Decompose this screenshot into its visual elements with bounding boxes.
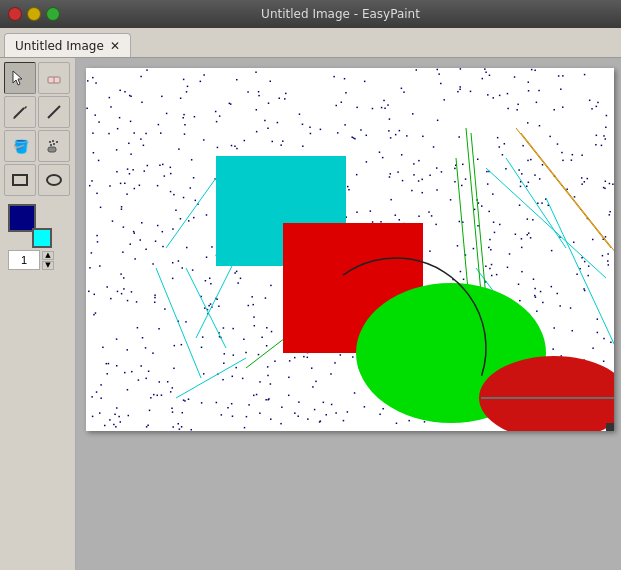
svg-line-3 (14, 108, 24, 118)
eraser-tool-button[interactable] (38, 62, 70, 94)
svg-marker-0 (13, 71, 22, 85)
svg-point-8 (49, 141, 51, 143)
line-width-down[interactable]: ▼ (42, 261, 54, 270)
svg-rect-13 (48, 147, 56, 152)
line-width-up[interactable]: ▲ (42, 251, 54, 260)
svg-line-6 (48, 106, 60, 118)
resize-handle[interactable] (606, 423, 614, 431)
svg-rect-14 (13, 175, 27, 185)
close-button[interactable] (8, 7, 22, 21)
tool-row-4 (4, 164, 71, 196)
tab-modified-indicator: ✕ (110, 39, 120, 53)
svg-point-9 (52, 140, 54, 142)
line-tool-button[interactable] (38, 96, 70, 128)
tool-row-3: 🪣 (4, 130, 71, 162)
svg-point-10 (50, 144, 52, 146)
line-width-input[interactable] (8, 250, 40, 270)
svg-point-11 (53, 143, 55, 145)
tab-bar: Untitled Image ✕ (0, 28, 621, 58)
ellipse-tool-button[interactable] (38, 164, 70, 196)
canvas-container[interactable] (76, 58, 621, 570)
window-title: Untitled Image - EasyPaint (68, 7, 613, 21)
svg-point-15 (47, 175, 61, 185)
tab-label: Untitled Image (15, 39, 104, 53)
color-preview-box (8, 204, 44, 240)
secondary-color-swatch[interactable] (32, 228, 52, 248)
tool-row-1 (4, 62, 71, 94)
drawing-canvas[interactable] (86, 68, 614, 431)
tool-row-2 (4, 96, 71, 128)
svg-text:🪣: 🪣 (13, 138, 29, 155)
tab-untitled-image[interactable]: Untitled Image ✕ (4, 33, 131, 57)
line-width-control: ▲ ▼ (4, 246, 71, 274)
spray-tool-button[interactable] (38, 130, 70, 162)
app-area: 🪣 ▲ ▼ (0, 58, 621, 570)
toolbar: 🪣 ▲ ▼ (0, 58, 76, 570)
rect-tool-button[interactable] (4, 164, 36, 196)
line-width-arrows: ▲ ▼ (42, 251, 54, 270)
window-controls (8, 7, 60, 21)
minimize-button[interactable] (27, 7, 41, 21)
maximize-button[interactable] (46, 7, 60, 21)
canvas-wrapper (86, 68, 614, 431)
pencil-tool-button[interactable] (4, 96, 36, 128)
select-tool-button[interactable] (4, 62, 36, 94)
svg-point-12 (56, 141, 58, 143)
fill-tool-button[interactable]: 🪣 (4, 130, 36, 162)
color-preview (4, 200, 71, 244)
title-bar: Untitled Image - EasyPaint (0, 0, 621, 28)
